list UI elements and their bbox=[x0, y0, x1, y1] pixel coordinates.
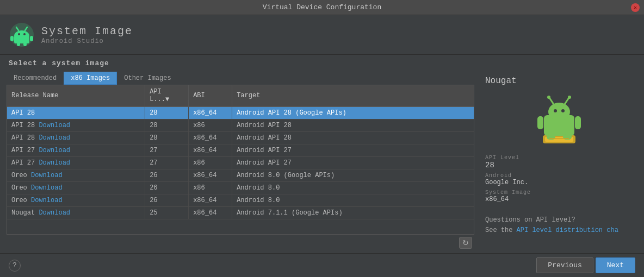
system-image-table[interactable]: Release Name API L...▼ ABI Target API 28… bbox=[7, 85, 474, 235]
previous-button[interactable]: Previous bbox=[536, 257, 593, 273]
col-abi: ABI bbox=[189, 85, 232, 106]
download-link[interactable]: Download bbox=[39, 159, 70, 167]
cell-release: Oreo Download bbox=[7, 182, 145, 194]
cell-api: 28 bbox=[145, 132, 189, 144]
cell-abi: x86_64 bbox=[189, 169, 232, 182]
next-button[interactable]: Next bbox=[596, 257, 635, 273]
cell-api: 25 bbox=[145, 207, 189, 219]
cell-abi: x86_64 bbox=[189, 144, 232, 157]
svg-point-4 bbox=[18, 33, 20, 35]
col-release: Release Name bbox=[7, 85, 145, 106]
cell-api: 28 bbox=[145, 119, 189, 132]
android-row: Android Google Inc. bbox=[485, 173, 633, 186]
svg-rect-9 bbox=[17, 42, 20, 46]
cell-target: Android API 28 (Google APIs) bbox=[232, 106, 474, 119]
table-row[interactable]: API 2828x86_64Android API 28 (Google API… bbox=[7, 106, 474, 119]
api-question-text: Questions on API level? See the API leve… bbox=[485, 215, 633, 236]
cell-api: 26 bbox=[145, 169, 189, 182]
cell-release: Oreo Download bbox=[7, 169, 145, 182]
cell-abi: x86 bbox=[189, 157, 232, 169]
tab-bar: Recommended x86 Images Other Images bbox=[7, 72, 474, 85]
col-api: API L...▼ bbox=[145, 85, 189, 106]
tab-other[interactable]: Other Images bbox=[117, 72, 178, 85]
table-row[interactable]: Oreo Download26x86_64Android 8.0 (Google… bbox=[7, 169, 474, 182]
system-image-label: System Image bbox=[485, 190, 633, 196]
system-image-row: System Image x86_64 bbox=[485, 190, 633, 203]
table-row[interactable]: API 27 Download27x86_64Android API 27 bbox=[7, 144, 474, 157]
cell-release: API 28 Download bbox=[7, 132, 145, 144]
cell-target: Android API 27 bbox=[232, 144, 474, 157]
cell-target: Android 8.0 (Google APIs) bbox=[232, 169, 474, 182]
refresh-button[interactable]: ↻ bbox=[459, 237, 472, 249]
svg-rect-8 bbox=[30, 36, 33, 41]
svg-point-18 bbox=[568, 96, 571, 99]
table-row[interactable]: Nougat Download25x86_64Android 7.1.1 (Go… bbox=[7, 207, 474, 219]
table-row[interactable]: API 28 Download28x86Android API 28 bbox=[7, 119, 474, 132]
api-level-label: API Level bbox=[485, 155, 633, 161]
cell-release: Nougat Download bbox=[7, 207, 145, 219]
tab-x86[interactable]: x86 Images bbox=[64, 72, 117, 85]
window-title: Virtual Device Configuration bbox=[263, 3, 381, 11]
app-subtitle: Android Studio bbox=[41, 37, 133, 45]
cell-target: Android 7.1.1 (Google APIs) bbox=[232, 207, 474, 219]
cell-api: 27 bbox=[145, 157, 189, 169]
left-panel: Recommended x86 Images Other Images Rele… bbox=[7, 72, 474, 251]
api-level-row: API Level 28 bbox=[485, 155, 633, 169]
image-name-title: Nougat bbox=[485, 76, 633, 86]
image-info: API Level 28 Android Google Inc. System … bbox=[485, 155, 633, 206]
cell-api: 26 bbox=[145, 194, 189, 207]
svg-point-5 bbox=[23, 33, 26, 35]
tab-recommended[interactable]: Recommended bbox=[7, 72, 64, 85]
cell-api: 26 bbox=[145, 182, 189, 194]
cell-release: API 28 bbox=[7, 106, 145, 119]
see-text: See the bbox=[485, 226, 517, 234]
cell-abi: x86_64 bbox=[189, 207, 232, 219]
close-button[interactable]: ✕ bbox=[631, 3, 640, 12]
main-content: Recommended x86 Images Other Images Rele… bbox=[0, 72, 644, 251]
svg-line-17 bbox=[565, 98, 569, 104]
page-subtitle: Select a system image bbox=[0, 55, 644, 72]
table-row[interactable]: API 28 Download28x86_64Android API 28 bbox=[7, 132, 474, 144]
table-row[interactable]: Oreo Download26x86_64Android 8.0 bbox=[7, 194, 474, 207]
cell-release: API 28 Download bbox=[7, 119, 145, 132]
svg-point-20 bbox=[561, 109, 565, 112]
cell-release: Oreo Download bbox=[7, 194, 145, 207]
cell-release: API 27 Download bbox=[7, 157, 145, 169]
cell-abi: x86 bbox=[189, 119, 232, 132]
android-label: Android bbox=[485, 173, 633, 179]
cell-api: 28 bbox=[145, 106, 189, 119]
nav-buttons: Previous Next bbox=[536, 257, 635, 273]
svg-point-14 bbox=[548, 103, 570, 121]
svg-rect-21 bbox=[537, 116, 543, 129]
col-target: Target bbox=[232, 85, 474, 106]
svg-point-19 bbox=[554, 109, 557, 112]
bottom-bar: ? Previous Next bbox=[0, 253, 644, 277]
cell-target: Android 8.0 bbox=[232, 182, 474, 194]
cell-target: Android API 28 bbox=[232, 119, 474, 132]
download-link[interactable]: Download bbox=[39, 122, 70, 129]
api-distribution-link[interactable]: API level distribution cha bbox=[517, 226, 618, 234]
cell-target: Android API 28 bbox=[232, 132, 474, 144]
svg-rect-6 bbox=[14, 36, 29, 43]
cell-api: 27 bbox=[145, 144, 189, 157]
cell-abi: x86_64 bbox=[189, 132, 232, 144]
header: System Image Android Studio bbox=[0, 15, 644, 55]
svg-line-15 bbox=[549, 98, 554, 104]
download-link[interactable]: Download bbox=[39, 134, 70, 142]
download-link[interactable]: Download bbox=[31, 197, 63, 204]
help-button[interactable]: ? bbox=[9, 260, 21, 272]
table-row[interactable]: Oreo Download26x86Android 8.0 bbox=[7, 182, 474, 194]
download-link[interactable]: Download bbox=[39, 147, 70, 154]
svg-point-16 bbox=[547, 96, 550, 99]
cell-target: Android API 27 bbox=[232, 157, 474, 169]
header-text: System Image Android Studio bbox=[41, 25, 133, 45]
right-panel: Nougat bbox=[481, 72, 637, 251]
download-link[interactable]: Download bbox=[31, 172, 63, 179]
download-link[interactable]: Download bbox=[39, 209, 70, 217]
cell-abi: x86_64 bbox=[189, 194, 232, 207]
android-figure-container bbox=[485, 95, 633, 146]
cell-target: Android 8.0 bbox=[232, 194, 474, 207]
table-row[interactable]: API 27 Download27x86Android API 27 bbox=[7, 157, 474, 169]
cell-release: API 27 Download bbox=[7, 144, 145, 157]
download-link[interactable]: Download bbox=[31, 184, 63, 192]
